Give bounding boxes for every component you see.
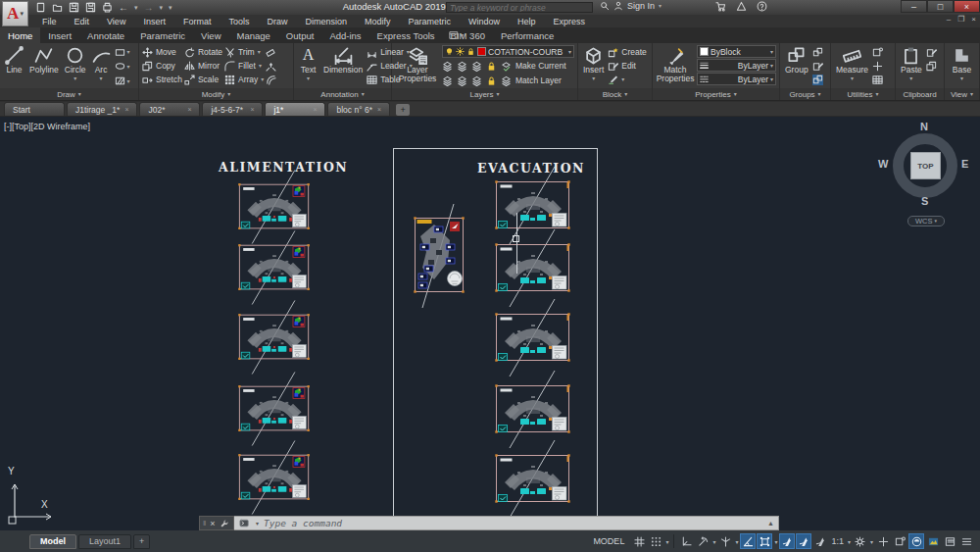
osnap-caret-icon[interactable]: ▾: [773, 538, 778, 545]
layer-lock-icon[interactable]: [466, 47, 475, 56]
layer-on-bulb-icon[interactable]: [445, 47, 454, 56]
scale-button[interactable]: Scale: [184, 73, 222, 86]
close-button[interactable]: ×: [954, 0, 980, 13]
polar-caret-icon[interactable]: ▾: [711, 538, 716, 545]
layer-dropdown[interactable]: COTATION-COURB ▾: [442, 45, 574, 58]
plot-icon[interactable]: [102, 2, 113, 13]
move-button[interactable]: Move: [142, 45, 182, 59]
insert-block-button[interactable]: Insert▾: [581, 45, 606, 88]
annotation-autoscale-toggle[interactable]: [796, 533, 811, 549]
file-tab-j4567[interactable]: j4-5-6-7*×: [202, 102, 263, 116]
object-snap-tracking-toggle[interactable]: [740, 533, 756, 549]
lineweight-dropdown[interactable]: ByLayer▾: [697, 59, 776, 72]
viewport-controls-label[interactable]: [-][Top][2D Wireframe]: [4, 122, 90, 131]
ribbon-tab-addins[interactable]: Add-ins: [321, 27, 368, 43]
layer-off-icon[interactable]: [442, 75, 453, 86]
snap-caret-icon[interactable]: ▾: [664, 538, 669, 545]
object-snap-toggle[interactable]: [757, 533, 772, 549]
rectangle-tool-button[interactable]: ▾: [115, 45, 130, 59]
viewcube-south[interactable]: S: [921, 195, 928, 207]
fillet-button[interactable]: Fillet▾: [224, 59, 264, 73]
point-icon[interactable]: [872, 59, 883, 73]
plan-thumbnail-evacuation-5[interactable]: [494, 452, 572, 506]
ribbon-tab-manage[interactable]: Manage: [229, 27, 278, 43]
tab-close-icon[interactable]: ×: [313, 106, 317, 113]
doc-close-icon[interactable]: ×: [971, 15, 976, 24]
command-history-icon[interactable]: ▲: [767, 520, 774, 527]
doc-minimize-icon[interactable]: –: [947, 15, 951, 24]
trim-button[interactable]: Trim▾: [224, 45, 264, 59]
new-tab-button[interactable]: +: [396, 104, 410, 116]
isolate-objects-toggle[interactable]: [908, 533, 924, 549]
explode-button[interactable]: [266, 59, 276, 73]
doc-restore-icon[interactable]: ❐: [957, 15, 964, 24]
ribbon-tab-parametric[interactable]: Parametric: [132, 27, 193, 43]
linetype-dropdown[interactable]: ByLayer▾: [697, 73, 776, 85]
panel-label-properties[interactable]: Properties▾: [653, 88, 779, 100]
workspace-switching-gear[interactable]: [853, 533, 868, 549]
file-tab-j1[interactable]: j1*×: [265, 102, 325, 116]
make-current-label[interactable]: Make Current: [515, 61, 566, 71]
menu-view[interactable]: View: [98, 17, 134, 26]
command-prompt-icon[interactable]: [238, 519, 251, 528]
paste-button[interactable]: Paste▾: [899, 45, 924, 88]
layout1-tab[interactable]: Layout1: [78, 534, 131, 549]
quick-calc-icon[interactable]: [872, 73, 883, 86]
panel-label-block[interactable]: Block▾: [578, 88, 652, 100]
cut-icon[interactable]: [926, 45, 937, 59]
plan-thumbnail-alimentation-2[interactable]: [237, 241, 312, 294]
circle-button[interactable]: Circle▾: [63, 45, 88, 88]
clean-screen-toggle[interactable]: [942, 533, 957, 549]
annotation-monitor-toggle[interactable]: [875, 533, 891, 549]
column-title-alimentation[interactable]: ALIMENTATION: [219, 160, 326, 175]
isodraft-toggle[interactable]: [717, 533, 733, 549]
undo-caret-icon[interactable]: ▾: [134, 4, 138, 11]
copy-button[interactable]: Copy: [142, 59, 182, 73]
match-layer-label[interactable]: Match Layer: [515, 75, 562, 85]
new-file-icon[interactable]: [35, 2, 46, 13]
minimize-button[interactable]: –: [901, 0, 927, 13]
group-button[interactable]: Group: [783, 45, 810, 88]
ribbon-tab-annotate[interactable]: Annotate: [79, 27, 132, 43]
panel-label-layers[interactable]: Layers▾: [392, 88, 577, 100]
polar-tracking-toggle[interactable]: [695, 533, 710, 549]
annotation-scale-value[interactable]: 1:1: [829, 536, 846, 546]
customize-wrench-icon[interactable]: [220, 519, 229, 528]
menu-tools[interactable]: Tools: [220, 17, 258, 26]
store-cart-icon[interactable]: [715, 1, 726, 12]
panel-label-utilities[interactable]: Utilities▾: [831, 88, 895, 100]
graphics-performance-toggle[interactable]: [925, 533, 941, 549]
file-tab-j02[interactable]: J02*×: [139, 102, 200, 116]
mirror-button[interactable]: Mirror: [184, 59, 222, 73]
qat-menu-caret-icon[interactable]: ▾: [169, 4, 172, 11]
plan-thumbnail-alimentation-5[interactable]: [237, 451, 312, 504]
ribbon-tab-output[interactable]: Output: [278, 27, 322, 43]
viewcube-west[interactable]: W: [878, 158, 888, 170]
tab-close-icon[interactable]: ×: [124, 106, 128, 113]
ribbon-tab-view[interactable]: View: [193, 27, 228, 43]
application-menu-button[interactable]: A▾: [2, 1, 28, 26]
viewcube-north[interactable]: N: [920, 121, 928, 132]
redo-icon[interactable]: →: [144, 2, 154, 13]
plan-thumbnail-alimentation-4[interactable]: [237, 382, 312, 435]
tab-close-icon[interactable]: ×: [187, 106, 191, 113]
menu-parametric[interactable]: Parametric: [400, 17, 461, 26]
plan-thumbnail-alimentation-3[interactable]: [237, 311, 312, 364]
layer-lock2-icon[interactable]: [486, 61, 497, 72]
menu-draw[interactable]: Draw: [258, 17, 296, 26]
menu-window[interactable]: Window: [460, 17, 509, 26]
match-layer-icon[interactable]: [501, 75, 512, 86]
ribbon-tab-insert[interactable]: Insert: [40, 27, 79, 43]
drawing-canvas[interactable]: [-][Top][2D Wireframe] ALIMENTATION EVAC…: [0, 117, 980, 530]
make-current-icon[interactable]: [501, 61, 512, 72]
plan-thumbnail-evacuation-3[interactable]: [494, 311, 572, 365]
layer-color-swatch[interactable]: [477, 47, 486, 56]
dimension-button[interactable]: Dimension: [321, 45, 365, 88]
autodesk-alert-icon[interactable]: [736, 1, 747, 12]
layer-unisolate-icon[interactable]: [457, 61, 467, 72]
isodraft-caret-icon[interactable]: ▾: [734, 538, 739, 545]
group-select-icon[interactable]: [812, 73, 823, 86]
save-icon[interactable]: [69, 2, 79, 13]
plan-thumbnail-evacuation-1[interactable]: [494, 178, 572, 232]
panel-label-clipboard[interactable]: Clipboard: [896, 88, 944, 100]
